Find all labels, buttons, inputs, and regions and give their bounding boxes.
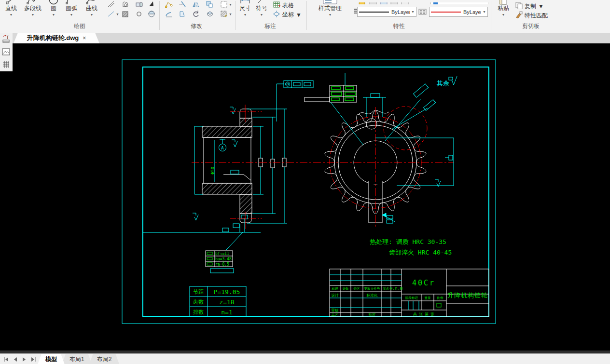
- style-manager-button[interactable]: 样式管理 ▼: [311, 0, 349, 17]
- line-icon: [5, 0, 17, 5]
- paste-icon: [498, 0, 509, 5]
- annotate-group-label: 标注: [249, 22, 292, 30]
- construction-line-icon[interactable]: [107, 0, 115, 8]
- hatch-icon[interactable]: [122, 10, 129, 18]
- document-tab-bar: 升降机构链轮.dwg ×: [0, 33, 610, 43]
- tab-layout2[interactable]: 布局2: [89, 354, 120, 364]
- coordinate-button[interactable]: 坐标 ▼: [273, 11, 302, 19]
- chevron-down-icon: ▼: [296, 12, 302, 18]
- array-icon[interactable]: [220, 0, 228, 8]
- group-separator: [235, 1, 236, 30]
- clipboard-group-label: 剪切板: [509, 22, 553, 30]
- heat-treatment-line2: 齿部淬火 HRC 40-45: [389, 249, 452, 256]
- title-block: 标记 处数 分区 更改文件号 签名 年.月.日 设计 标准化 审核 工艺 批准 …: [330, 269, 489, 317]
- region-icon[interactable]: [122, 0, 129, 8]
- circle-icon: [48, 0, 59, 5]
- join-icon[interactable]: [206, 0, 213, 8]
- tooth-param-3: ra=0.5: [215, 262, 229, 267]
- heat-treatment-line1: 热处理: 调质 HRC 30-35: [370, 238, 446, 245]
- dimension-text-boxes: [259, 158, 286, 168]
- color-select[interactable]: ByLayer ▼: [429, 7, 488, 17]
- tb-approve: 批准: [369, 312, 376, 317]
- ray-icon[interactable]: [107, 10, 115, 18]
- last-tab-icon[interactable]: [31, 357, 36, 362]
- chevron-down-icon[interactable]: ▼: [229, 3, 232, 6]
- next-tab-icon[interactable]: [22, 357, 26, 362]
- tb-header-col: 更改文件号: [364, 287, 380, 291]
- mirror-icon[interactable]: [192, 0, 200, 8]
- drawing-canvas[interactable]: 其余: [0, 43, 610, 351]
- prev-tab-icon[interactable]: [14, 357, 17, 362]
- tb-standardization: 标准化: [366, 293, 378, 297]
- linetype-select[interactable]: ByLayer ▼: [357, 7, 416, 17]
- ribbon: 直线 ▼ 多段线 ▼ 圆 ▼ 圆弧 ▼ 曲线 ▼ ▼: [0, 0, 610, 33]
- document-tab[interactable]: 升降机构链轮.dwg ×: [14, 33, 99, 43]
- extend-icon[interactable]: [179, 10, 186, 18]
- tab-model[interactable]: 模型: [38, 354, 65, 364]
- curve-icon: [86, 0, 97, 5]
- centerlines: [192, 105, 454, 229]
- match-properties-button[interactable]: 特性匹配: [515, 11, 548, 20]
- polyline-icon: [27, 0, 39, 5]
- color-sample: [431, 12, 461, 13]
- table-grid-icon[interactable]: [2, 61, 11, 71]
- polyline-button[interactable]: 多段线 ▼: [20, 0, 45, 17]
- material-label: 40Cr: [412, 279, 435, 287]
- tb-scale: 比例: [437, 296, 444, 300]
- annotation-tool-icon[interactable]: T: [2, 35, 11, 45]
- trim-icon[interactable]: [179, 0, 186, 8]
- chevron-down-icon: ▼: [260, 13, 263, 17]
- edit-hatch-icon[interactable]: [220, 10, 228, 18]
- wipeout-icon[interactable]: [148, 10, 155, 18]
- group-separator: [159, 1, 160, 30]
- layout-nav-buttons: [0, 354, 41, 364]
- rotate-icon[interactable]: [192, 10, 200, 18]
- properties-group-label: 特性: [377, 22, 421, 30]
- symbol-button[interactable]: 符号 ▼: [254, 0, 269, 17]
- gear-tool-icon[interactable]: [135, 10, 143, 18]
- chevron-down-icon: ▼: [31, 13, 35, 17]
- 3d-operations-icon[interactable]: [206, 10, 213, 18]
- edit-polyline-icon[interactable]: [165, 0, 173, 8]
- circle-button[interactable]: 圆 ▼: [45, 0, 62, 17]
- spec-row-value: P=19.05: [214, 288, 240, 296]
- chevron-down-icon: ▼: [481, 10, 486, 13]
- gear-dimensions: [363, 84, 454, 223]
- status-bar: 模型 布局1 布局2: [0, 353, 610, 364]
- roughness-marks: [193, 107, 441, 220]
- table-button[interactable]: 表格: [273, 1, 294, 10]
- bore-dimension-label: Φ50: [210, 167, 215, 175]
- paste-button[interactable]: 粘贴 ▼: [493, 0, 513, 17]
- curve-button[interactable]: 曲线 ▼: [82, 0, 101, 17]
- dimension-button[interactable]: 尺寸 ▼: [237, 0, 253, 17]
- tb-header-col: 处数: [343, 287, 349, 291]
- first-tab-icon[interactable]: [4, 357, 9, 362]
- layer-tools-cropped-icons: [358, 0, 488, 4]
- solid-icon[interactable]: [135, 0, 143, 8]
- tb-weight: 重量: [425, 296, 431, 300]
- spec-row-label: 齿数: [193, 299, 204, 305]
- image-frame-icon[interactable]: [2, 48, 11, 58]
- datum-symbol: A: [219, 139, 226, 151]
- tb-sheet-info: 共 张 第 张: [413, 312, 434, 316]
- part-name-label: 升降机构链轮: [447, 292, 488, 299]
- line-button[interactable]: 直线 ▼: [2, 0, 20, 17]
- pointer-icon[interactable]: [148, 0, 155, 8]
- section-view: [202, 109, 252, 223]
- tb-process: 工艺: [332, 312, 339, 317]
- chevron-down-icon[interactable]: ▼: [116, 13, 119, 16]
- arc-button[interactable]: 圆弧 ▼: [62, 0, 81, 17]
- close-icon[interactable]: ×: [83, 35, 86, 41]
- surface-note-text: 其余: [437, 80, 449, 87]
- chevron-down-icon[interactable]: ▼: [229, 13, 232, 16]
- spec-table: 节距 P=19.05 齿数 z=18 排数 n=1: [190, 286, 246, 317]
- chevron-down-icon: ▼: [502, 13, 505, 17]
- linetype-manager-icon[interactable]: [418, 8, 426, 16]
- fillet-icon[interactable]: [165, 10, 173, 18]
- drawing-svg: 其余: [0, 43, 610, 351]
- copy-button[interactable]: 复制 ▼: [515, 2, 544, 11]
- roughness-icon: [449, 76, 457, 85]
- surface-roughness-note: 其余: [437, 76, 457, 87]
- tab-layout1[interactable]: 布局1: [62, 354, 92, 364]
- chevron-down-icon: ▼: [329, 13, 332, 17]
